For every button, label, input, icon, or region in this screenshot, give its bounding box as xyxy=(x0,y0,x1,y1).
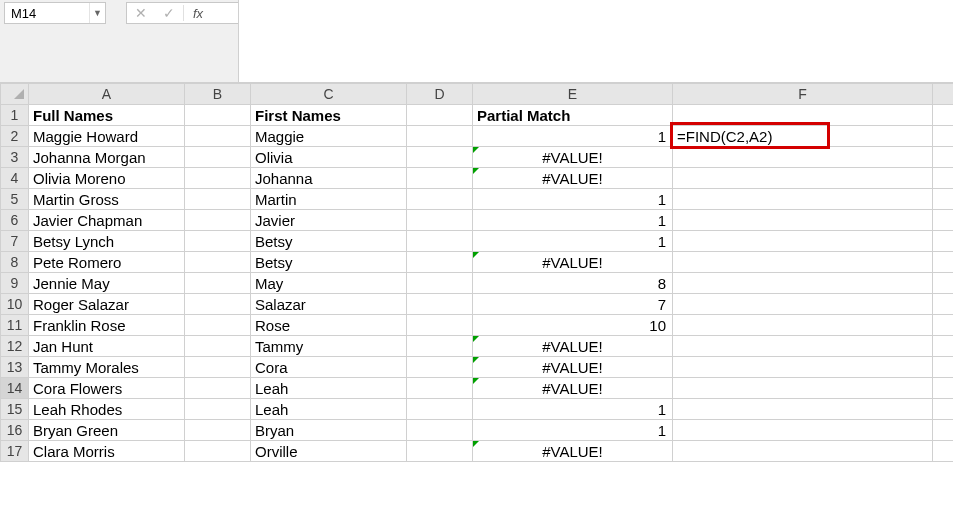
cell-A15[interactable]: Leah Rhodes xyxy=(29,399,185,420)
col-header-A[interactable]: A xyxy=(29,84,185,105)
cell-B10[interactable] xyxy=(185,294,251,315)
cell-edge[interactable] xyxy=(933,420,954,441)
cell-F12[interactable] xyxy=(673,336,933,357)
cell-F4[interactable] xyxy=(673,168,933,189)
cell-edge[interactable] xyxy=(933,231,954,252)
col-header-F[interactable]: F xyxy=(673,84,933,105)
row-header-4[interactable]: 4 xyxy=(1,168,29,189)
cell-edge[interactable] xyxy=(933,336,954,357)
cell-F2[interactable]: =FIND(C2,A2) xyxy=(673,126,933,147)
cell-A2[interactable]: Maggie Howard xyxy=(29,126,185,147)
cell-F5[interactable] xyxy=(673,189,933,210)
row-header-15[interactable]: 15 xyxy=(1,399,29,420)
cell-D9[interactable] xyxy=(407,273,473,294)
select-all-corner[interactable] xyxy=(1,84,29,105)
cell-F10[interactable] xyxy=(673,294,933,315)
cell-B17[interactable] xyxy=(185,441,251,462)
cell-E3[interactable]: #VALUE! xyxy=(473,147,673,168)
cell-A11[interactable]: Franklin Rose xyxy=(29,315,185,336)
cell-edge[interactable] xyxy=(933,210,954,231)
cell-C15[interactable]: Leah xyxy=(251,399,407,420)
cell-edge[interactable] xyxy=(933,147,954,168)
cell-E2[interactable]: 1 xyxy=(473,126,673,147)
cell-E5[interactable]: 1 xyxy=(473,189,673,210)
cell-F15[interactable] xyxy=(673,399,933,420)
cell-D5[interactable] xyxy=(407,189,473,210)
cell-F7[interactable] xyxy=(673,231,933,252)
cell-C16[interactable]: Bryan xyxy=(251,420,407,441)
cell-B8[interactable] xyxy=(185,252,251,273)
cell-C2[interactable]: Maggie xyxy=(251,126,407,147)
cell-C1[interactable]: First Names xyxy=(251,105,407,126)
cell-D1[interactable] xyxy=(407,105,473,126)
cell-C12[interactable]: Tammy xyxy=(251,336,407,357)
enter-formula-button[interactable]: ✓ xyxy=(155,3,183,23)
cell-C3[interactable]: Olivia xyxy=(251,147,407,168)
cell-A8[interactable]: Pete Romero xyxy=(29,252,185,273)
cell-D7[interactable] xyxy=(407,231,473,252)
row-header-2[interactable]: 2 xyxy=(1,126,29,147)
cell-edge[interactable] xyxy=(933,168,954,189)
cell-D17[interactable] xyxy=(407,441,473,462)
cell-A14[interactable]: Cora Flowers xyxy=(29,378,185,399)
cell-F8[interactable] xyxy=(673,252,933,273)
cell-A4[interactable]: Olivia Moreno xyxy=(29,168,185,189)
cell-C4[interactable]: Johanna xyxy=(251,168,407,189)
row-header-3[interactable]: 3 xyxy=(1,147,29,168)
cell-E11[interactable]: 10 xyxy=(473,315,673,336)
cell-E9[interactable]: 8 xyxy=(473,273,673,294)
cell-E4[interactable]: #VALUE! xyxy=(473,168,673,189)
cell-B13[interactable] xyxy=(185,357,251,378)
cancel-formula-button[interactable]: ✕ xyxy=(127,3,155,23)
cell-F17[interactable] xyxy=(673,441,933,462)
cell-E15[interactable]: 1 xyxy=(473,399,673,420)
cell-D15[interactable] xyxy=(407,399,473,420)
insert-function-button[interactable]: fx xyxy=(184,3,212,23)
cell-F1[interactable] xyxy=(673,105,933,126)
cell-F13[interactable] xyxy=(673,357,933,378)
cell-F11[interactable] xyxy=(673,315,933,336)
cell-F6[interactable] xyxy=(673,210,933,231)
col-header-E[interactable]: E xyxy=(473,84,673,105)
cell-E12[interactable]: #VALUE! xyxy=(473,336,673,357)
name-box-dropdown[interactable]: ▼ xyxy=(89,3,105,23)
cell-A13[interactable]: Tammy Morales xyxy=(29,357,185,378)
cell-D4[interactable] xyxy=(407,168,473,189)
cell-edge[interactable] xyxy=(933,357,954,378)
cell-B11[interactable] xyxy=(185,315,251,336)
cell-F14[interactable] xyxy=(673,378,933,399)
row-header-14[interactable]: 14 xyxy=(1,378,29,399)
cell-C5[interactable]: Martin xyxy=(251,189,407,210)
cell-C8[interactable]: Betsy xyxy=(251,252,407,273)
cell-E8[interactable]: #VALUE! xyxy=(473,252,673,273)
cell-F9[interactable] xyxy=(673,273,933,294)
col-header-B[interactable]: B xyxy=(185,84,251,105)
row-header-1[interactable]: 1 xyxy=(1,105,29,126)
cell-edge[interactable] xyxy=(933,315,954,336)
cell-D13[interactable] xyxy=(407,357,473,378)
row-header-10[interactable]: 10 xyxy=(1,294,29,315)
cell-edge[interactable] xyxy=(933,252,954,273)
cell-C14[interactable]: Leah xyxy=(251,378,407,399)
cell-A3[interactable]: Johanna Morgan xyxy=(29,147,185,168)
cell-B12[interactable] xyxy=(185,336,251,357)
cell-D11[interactable] xyxy=(407,315,473,336)
cell-E13[interactable]: #VALUE! xyxy=(473,357,673,378)
cell-B16[interactable] xyxy=(185,420,251,441)
cell-A9[interactable]: Jennie May xyxy=(29,273,185,294)
cell-A12[interactable]: Jan Hunt xyxy=(29,336,185,357)
cell-B2[interactable] xyxy=(185,126,251,147)
cell-B7[interactable] xyxy=(185,231,251,252)
cell-B6[interactable] xyxy=(185,210,251,231)
cell-E6[interactable]: 1 xyxy=(473,210,673,231)
row-header-13[interactable]: 13 xyxy=(1,357,29,378)
col-header-C[interactable]: C xyxy=(251,84,407,105)
cell-A7[interactable]: Betsy Lynch xyxy=(29,231,185,252)
cell-D14[interactable] xyxy=(407,378,473,399)
cell-B4[interactable] xyxy=(185,168,251,189)
cell-A10[interactable]: Roger Salazar xyxy=(29,294,185,315)
cell-E16[interactable]: 1 xyxy=(473,420,673,441)
row-header-17[interactable]: 17 xyxy=(1,441,29,462)
cell-E17[interactable]: #VALUE! xyxy=(473,441,673,462)
cell-A5[interactable]: Martin Gross xyxy=(29,189,185,210)
